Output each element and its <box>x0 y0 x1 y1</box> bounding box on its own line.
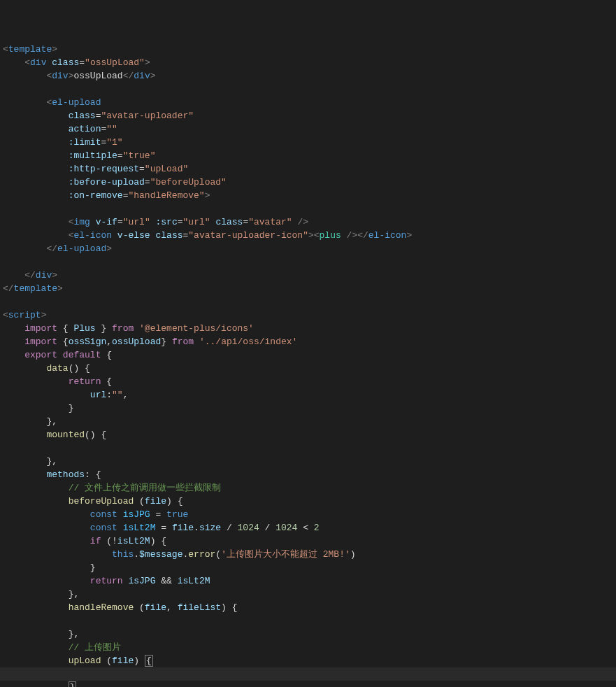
code-line[interactable] <box>0 202 616 215</box>
code-line[interactable] <box>0 295 616 309</box>
code-line[interactable]: } <box>0 402 616 415</box>
code-line[interactable]: :on-remove="handleRemove"> <box>0 189 616 202</box>
code-line[interactable]: <div class="ossUpLoad"> <box>0 56 616 69</box>
code-line[interactable]: } <box>0 561 616 574</box>
code-editor[interactable]: <template> <div class="ossUpLoad"> <div>… <box>0 40 616 687</box>
code-line[interactable]: <div>ossUpLoad</div> <box>0 69 616 83</box>
code-line[interactable]: // 文件上传之前调用做一些拦截限制 <box>0 481 616 495</box>
code-line[interactable]: handleRemove (file, fileList) { <box>0 601 616 614</box>
code-line[interactable]: methods: { <box>0 468 616 481</box>
code-line[interactable]: import {ossSign,ossUpload} from '../api/… <box>0 335 616 348</box>
code-line[interactable]: export default { <box>0 348 616 362</box>
code-line[interactable]: :before-upload="beforeUpload" <box>0 176 616 189</box>
code-line[interactable]: return { <box>0 375 616 388</box>
code-line[interactable]: <template> <box>0 43 616 56</box>
code-line[interactable]: this.$message.error('上传图片大小不能超过 2MB!') <box>0 548 616 561</box>
code-line[interactable]: class="avatar-uploader" <box>0 109 616 122</box>
code-line[interactable]: <el-upload <box>0 96 616 109</box>
code-line[interactable]: beforeUpload (file) { <box>0 495 616 508</box>
code-line[interactable]: :limit="1" <box>0 136 616 149</box>
code-line[interactable] <box>0 83 616 96</box>
code-line[interactable]: const isLt2M = file.size / 1024 / 1024 <… <box>0 521 616 534</box>
code-line[interactable]: upLoad (file) { <box>0 654 616 667</box>
code-line[interactable]: }, <box>0 415 616 428</box>
code-line[interactable]: if (!isLt2M) { <box>0 534 616 548</box>
code-line[interactable]: } <box>0 681 616 687</box>
code-line[interactable]: </el-upload> <box>0 242 616 255</box>
code-line[interactable]: <img v-if="url" :src="url" class="avatar… <box>0 215 616 229</box>
code-line[interactable]: </div> <box>0 269 616 282</box>
code-line[interactable]: url:"", <box>0 388 616 402</box>
code-line[interactable]: </template> <box>0 282 616 295</box>
code-line[interactable]: data() { <box>0 362 616 375</box>
code-line[interactable]: import { Plus } from '@element-plus/icon… <box>0 322 616 335</box>
code-line[interactable]: action="" <box>0 122 616 136</box>
code-line[interactable] <box>0 614 616 628</box>
code-line[interactable]: mounted() { <box>0 428 616 441</box>
code-line[interactable]: }, <box>0 455 616 468</box>
code-line[interactable] <box>0 255 616 269</box>
code-line[interactable]: <script> <box>0 309 616 322</box>
code-line[interactable]: const isJPG = true <box>0 508 616 521</box>
code-line[interactable]: :multiple="true" <box>0 149 616 162</box>
code-line[interactable]: }, <box>0 628 616 641</box>
code-line[interactable]: :http-request="upLoad" <box>0 162 616 176</box>
code-line[interactable]: // 上传图片 <box>0 641 616 654</box>
code-line[interactable]: <el-icon v-else class="avatar-uploader-i… <box>0 229 616 242</box>
code-line[interactable]: return isJPG && isLt2M <box>0 574 616 588</box>
code-line[interactable] <box>0 441 616 455</box>
code-line[interactable] <box>0 667 616 681</box>
code-line[interactable]: }, <box>0 588 616 601</box>
